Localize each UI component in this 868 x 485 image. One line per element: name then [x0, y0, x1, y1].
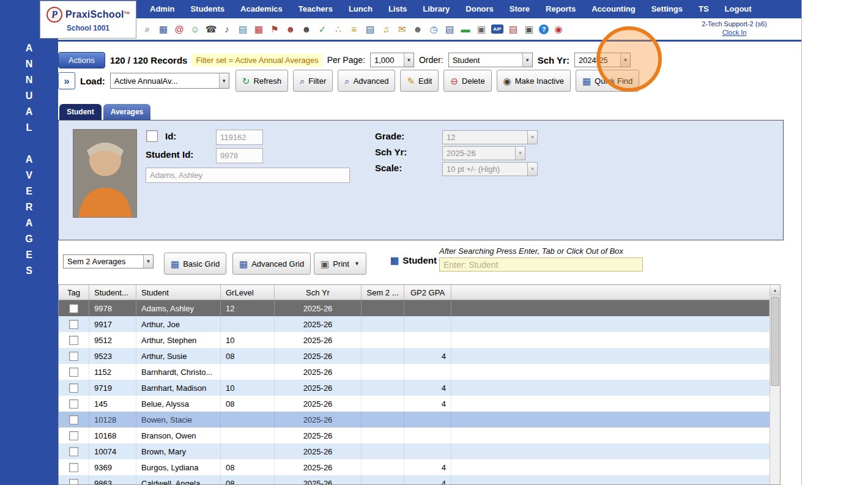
- nav-item-lunch[interactable]: Lunch: [341, 0, 380, 18]
- help-icon[interactable]: ?: [539, 24, 549, 34]
- table-row[interactable]: 10168Branson, Owen2025-26: [59, 428, 770, 443]
- load-select[interactable]: Active AnnualAv... ▼: [110, 73, 229, 89]
- student-name-field[interactable]: Adams, Ashley: [146, 168, 350, 183]
- row-checkbox[interactable]: [69, 304, 78, 313]
- notebook-icon[interactable]: ▤: [364, 23, 376, 35]
- edit-button[interactable]: ✎Edit: [400, 70, 439, 92]
- refresh-button[interactable]: ↻Refresh: [236, 70, 288, 92]
- filter-button[interactable]: ⌕Filter: [293, 70, 333, 92]
- email-at-icon[interactable]: @: [173, 23, 185, 35]
- tab-averages[interactable]: Averages: [103, 104, 151, 120]
- table-row[interactable]: 9863Caldwell, Angela082025-264: [59, 475, 770, 485]
- ledger-icon[interactable]: ▤: [443, 23, 456, 35]
- table-scrollbar[interactable]: ▲: [770, 285, 780, 484]
- actions-button[interactable]: Actions: [58, 52, 105, 68]
- advanced-grid-button[interactable]: ▦ Advanced Grid: [232, 253, 311, 275]
- student-search-input[interactable]: [439, 257, 643, 272]
- expand-button[interactable]: »: [58, 72, 75, 89]
- scroll-up-icon[interactable]: ▲: [770, 285, 780, 295]
- advanced-button[interactable]: ⌕Advanced: [338, 70, 395, 92]
- table-row[interactable]: 1152Barnhardt, Christo...2025-26: [59, 364, 770, 380]
- column-header-student-id[interactable]: Student...: [89, 285, 136, 300]
- nav-item-lists[interactable]: Lists: [380, 0, 415, 18]
- detail-sch-yr-select[interactable]: 2025-26 ▼: [442, 146, 525, 160]
- phone-icon[interactable]: ☎: [205, 23, 217, 35]
- scrollbar-thumb[interactable]: [771, 297, 779, 386]
- print-card-icon[interactable]: ▣: [475, 23, 488, 35]
- table-row[interactable]: 9719Barnhart, Madison102025-264: [59, 380, 770, 396]
- scale-select[interactable]: 10 pt +/- (High) ▼: [442, 162, 538, 176]
- pdf-icon[interactable]: ▤: [507, 23, 519, 35]
- make-inactive-button[interactable]: ◉Make Inactive: [497, 70, 571, 92]
- search-icon[interactable]: ⌕: [141, 23, 154, 35]
- row-checkbox[interactable]: [69, 479, 78, 485]
- column-header-student[interactable]: Student: [136, 285, 221, 300]
- nav-item-settings[interactable]: Settings: [644, 0, 691, 18]
- column-header-gp2-gpa[interactable]: GP2 GPA: [404, 285, 451, 300]
- quick-find-button[interactable]: ▦Quick Find: [576, 70, 639, 92]
- chat-icon[interactable]: ☺: [189, 23, 201, 35]
- trumpet-icon[interactable]: ♫: [380, 23, 392, 35]
- row-checkbox[interactable]: [69, 399, 78, 409]
- student-icon[interactable]: ☻: [300, 23, 313, 35]
- add-student-icon[interactable]: ☻: [284, 23, 297, 35]
- megaphone-icon[interactable]: ⚑: [269, 23, 281, 35]
- nav-item-logout[interactable]: Logout: [717, 0, 760, 18]
- row-checkbox[interactable]: [69, 320, 78, 329]
- printer-icon[interactable]: ▣: [523, 23, 535, 35]
- student-id-field[interactable]: 9978: [216, 148, 263, 163]
- per-page-select[interactable]: 1,000 ▼: [370, 53, 414, 67]
- nav-item-academics[interactable]: Academics: [232, 0, 291, 18]
- print-button[interactable]: ▣ Print ▼: [314, 253, 366, 275]
- ap-icon[interactable]: A/P: [491, 24, 503, 34]
- speaker-icon[interactable]: ♪: [221, 23, 233, 35]
- row-checkbox[interactable]: [69, 431, 78, 440]
- column-header-grlevel[interactable]: GrLevel: [221, 285, 275, 300]
- send-mail-icon[interactable]: ✉: [396, 23, 408, 35]
- nav-item-donors[interactable]: Donors: [458, 0, 502, 18]
- table-row[interactable]: 10074Brown, Mary2025-26: [59, 443, 770, 459]
- row-checkbox[interactable]: [69, 463, 78, 472]
- nav-item-teachers[interactable]: Teachers: [291, 0, 341, 18]
- tab-student[interactable]: Student: [59, 104, 102, 120]
- grade-select[interactable]: 12 ▼: [442, 130, 538, 144]
- row-checkbox[interactable]: [69, 415, 78, 424]
- student-select-checkbox[interactable]: [146, 130, 158, 142]
- table-row[interactable]: 9512Arthur, Stephen102025-26: [59, 332, 770, 348]
- nav-item-store[interactable]: Store: [502, 0, 538, 18]
- nav-item-library[interactable]: Library: [415, 0, 458, 18]
- sch-yr-select[interactable]: 2024-25 ▼: [574, 53, 631, 67]
- approve-icon[interactable]: ✓: [316, 23, 328, 35]
- table-row[interactable]: 9978Adams, Ashley122025-26: [59, 300, 770, 316]
- table-icon[interactable]: ▦: [157, 23, 169, 35]
- table-row[interactable]: 9369Burgos, Lydiana082025-264: [59, 459, 770, 475]
- table-row[interactable]: 145Belue, Alyssa082025-264: [59, 396, 770, 412]
- logout-icon[interactable]: ◉: [552, 23, 565, 35]
- column-header-tag[interactable]: Tag: [59, 285, 89, 300]
- column-header-sch-yr[interactable]: Sch Yr: [275, 285, 362, 300]
- payment-card-icon[interactable]: ▬: [459, 23, 472, 35]
- row-checkbox[interactable]: [69, 368, 78, 377]
- table-row[interactable]: 10128Bowen, Stacie2025-26: [59, 412, 770, 428]
- order-select[interactable]: Student ▼: [448, 53, 533, 67]
- nav-item-accounting[interactable]: Accounting: [584, 0, 644, 18]
- row-checkbox[interactable]: [69, 336, 78, 345]
- family-icon[interactable]: ☻: [412, 23, 424, 35]
- nav-item-admin[interactable]: Admin: [142, 0, 182, 18]
- table-row[interactable]: 9917Arthur, Joe2025-26: [59, 316, 770, 332]
- row-checkbox[interactable]: [69, 383, 78, 393]
- table-row[interactable]: 9523Arthur, Susie082025-264: [59, 348, 770, 364]
- report-grid-icon[interactable]: ▤: [237, 23, 249, 35]
- averages-view-select[interactable]: Sem 2 Averages ▼: [63, 254, 154, 268]
- nav-item-students[interactable]: Students: [182, 0, 232, 18]
- row-checkbox[interactable]: [69, 447, 78, 456]
- timer-icon[interactable]: ◷: [428, 23, 440, 35]
- tracks-icon[interactable]: ∴: [332, 23, 344, 35]
- column-header-sem2[interactable]: Sem 2 ...: [362, 285, 404, 300]
- lunch-icon[interactable]: ≡: [348, 23, 360, 35]
- clock-in-link[interactable]: Clock In: [722, 29, 747, 36]
- nav-item-ts[interactable]: TS: [691, 0, 717, 18]
- delete-button[interactable]: ⊖Delete: [443, 70, 491, 92]
- calendar-icon[interactable]: ▦: [253, 23, 265, 35]
- basic-grid-button[interactable]: ▦ Basic Grid: [164, 253, 226, 275]
